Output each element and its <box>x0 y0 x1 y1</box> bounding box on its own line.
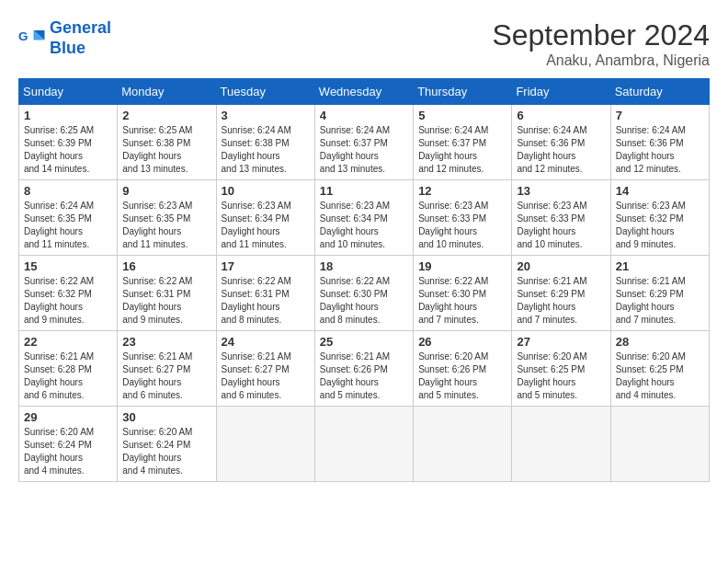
col-sunday: Sunday <box>19 79 118 105</box>
month-title: September 2024 <box>492 18 710 52</box>
day-info: Sunrise: 6:20 AM Sunset: 6:24 PM Dayligh… <box>24 426 112 477</box>
day-number: 22 <box>24 335 112 349</box>
day-number: 29 <box>24 410 112 424</box>
day-info: Sunrise: 6:24 AM Sunset: 6:36 PM Dayligh… <box>517 124 605 176</box>
col-tuesday: Tuesday <box>216 79 314 105</box>
calendar-table: Sunday Monday Tuesday Wednesday Thursday… <box>18 78 710 482</box>
table-cell: 29 Sunrise: 6:20 AM Sunset: 6:24 PM Dayl… <box>19 407 118 482</box>
day-info: Sunrise: 6:24 AM Sunset: 6:35 PM Dayligh… <box>24 200 112 251</box>
svg-text:G: G <box>18 29 28 42</box>
day-number: 30 <box>122 410 210 424</box>
day-number: 13 <box>517 184 605 198</box>
calendar-header-row: Sunday Monday Tuesday Wednesday Thursday… <box>19 79 710 105</box>
title-section: September 2024 Anaku, Anambra, Nigeria <box>492 18 710 69</box>
col-wednesday: Wednesday <box>314 79 413 105</box>
day-info: Sunrise: 6:22 AM Sunset: 6:32 PM Dayligh… <box>24 275 112 327</box>
day-number: 2 <box>122 109 210 122</box>
table-cell <box>512 407 610 482</box>
table-cell: 13 Sunrise: 6:23 AM Sunset: 6:33 PM Dayl… <box>512 180 610 256</box>
col-monday: Monday <box>118 79 216 105</box>
table-cell: 12 Sunrise: 6:23 AM Sunset: 6:33 PM Dayl… <box>414 180 512 256</box>
calendar-row: 29 Sunrise: 6:20 AM Sunset: 6:24 PM Dayl… <box>19 407 710 482</box>
day-info: Sunrise: 6:24 AM Sunset: 6:36 PM Dayligh… <box>616 124 704 176</box>
calendar-row: 15 Sunrise: 6:22 AM Sunset: 6:32 PM Dayl… <box>19 256 710 331</box>
day-info: Sunrise: 6:20 AM Sunset: 6:25 PM Dayligh… <box>616 350 704 402</box>
table-cell: 5 Sunrise: 6:24 AM Sunset: 6:37 PM Dayli… <box>414 105 512 180</box>
day-number: 11 <box>320 184 408 198</box>
table-cell: 10 Sunrise: 6:23 AM Sunset: 6:34 PM Dayl… <box>216 180 314 256</box>
table-cell: 25 Sunrise: 6:21 AM Sunset: 6:26 PM Dayl… <box>314 331 413 407</box>
day-info: Sunrise: 6:23 AM Sunset: 6:32 PM Dayligh… <box>616 200 704 251</box>
table-cell: 28 Sunrise: 6:20 AM Sunset: 6:25 PM Dayl… <box>610 331 709 407</box>
table-cell: 14 Sunrise: 6:23 AM Sunset: 6:32 PM Dayl… <box>610 180 709 256</box>
day-number: 27 <box>517 335 605 349</box>
day-info: Sunrise: 6:20 AM Sunset: 6:24 PM Dayligh… <box>122 426 210 477</box>
table-cell: 19 Sunrise: 6:22 AM Sunset: 6:30 PM Dayl… <box>414 256 512 331</box>
day-info: Sunrise: 6:21 AM Sunset: 6:27 PM Dayligh… <box>122 350 210 402</box>
day-number: 16 <box>122 259 210 273</box>
table-cell: 6 Sunrise: 6:24 AM Sunset: 6:36 PM Dayli… <box>512 105 610 180</box>
table-cell: 1 Sunrise: 6:25 AM Sunset: 6:39 PM Dayli… <box>19 105 118 180</box>
day-info: Sunrise: 6:24 AM Sunset: 6:37 PM Dayligh… <box>418 124 506 176</box>
table-cell: 16 Sunrise: 6:22 AM Sunset: 6:31 PM Dayl… <box>118 256 216 331</box>
day-number: 20 <box>517 259 605 273</box>
day-number: 10 <box>222 184 310 198</box>
day-number: 8 <box>24 184 112 198</box>
table-cell <box>314 407 413 482</box>
table-cell: 18 Sunrise: 6:22 AM Sunset: 6:30 PM Dayl… <box>314 256 413 331</box>
logo-icon: G <box>18 25 46 52</box>
day-number: 6 <box>517 109 605 122</box>
day-info: Sunrise: 6:23 AM Sunset: 6:34 PM Dayligh… <box>222 200 310 251</box>
table-cell: 3 Sunrise: 6:24 AM Sunset: 6:38 PM Dayli… <box>216 105 314 180</box>
day-number: 26 <box>418 335 506 349</box>
day-number: 25 <box>320 335 408 349</box>
table-cell: 21 Sunrise: 6:21 AM Sunset: 6:29 PM Dayl… <box>610 256 709 331</box>
day-info: Sunrise: 6:22 AM Sunset: 6:31 PM Dayligh… <box>122 275 210 327</box>
calendar-row: 1 Sunrise: 6:25 AM Sunset: 6:39 PM Dayli… <box>19 105 710 180</box>
table-cell <box>610 407 709 482</box>
day-info: Sunrise: 6:24 AM Sunset: 6:38 PM Dayligh… <box>222 124 310 176</box>
table-cell: 30 Sunrise: 6:20 AM Sunset: 6:24 PM Dayl… <box>118 407 216 482</box>
calendar-row: 22 Sunrise: 6:21 AM Sunset: 6:28 PM Dayl… <box>19 331 710 407</box>
day-number: 4 <box>320 109 408 122</box>
day-info: Sunrise: 6:21 AM Sunset: 6:28 PM Dayligh… <box>24 350 112 402</box>
table-cell: 11 Sunrise: 6:23 AM Sunset: 6:34 PM Dayl… <box>314 180 413 256</box>
day-number: 5 <box>418 109 506 122</box>
day-info: Sunrise: 6:23 AM Sunset: 6:34 PM Dayligh… <box>320 200 408 251</box>
day-info: Sunrise: 6:24 AM Sunset: 6:37 PM Dayligh… <box>320 124 408 176</box>
day-number: 1 <box>24 109 112 122</box>
day-number: 23 <box>122 335 210 349</box>
table-cell: 7 Sunrise: 6:24 AM Sunset: 6:36 PM Dayli… <box>610 105 709 180</box>
calendar-row: 8 Sunrise: 6:24 AM Sunset: 6:35 PM Dayli… <box>19 180 710 256</box>
day-info: Sunrise: 6:21 AM Sunset: 6:29 PM Dayligh… <box>517 275 605 327</box>
table-cell: 27 Sunrise: 6:20 AM Sunset: 6:25 PM Dayl… <box>512 331 610 407</box>
day-number: 9 <box>122 184 210 198</box>
table-cell: 26 Sunrise: 6:20 AM Sunset: 6:26 PM Dayl… <box>414 331 512 407</box>
table-cell: 15 Sunrise: 6:22 AM Sunset: 6:32 PM Dayl… <box>19 256 118 331</box>
day-info: Sunrise: 6:20 AM Sunset: 6:26 PM Dayligh… <box>418 350 506 402</box>
day-number: 28 <box>616 335 704 349</box>
col-saturday: Saturday <box>610 79 709 105</box>
day-info: Sunrise: 6:23 AM Sunset: 6:35 PM Dayligh… <box>122 200 210 251</box>
table-cell: 9 Sunrise: 6:23 AM Sunset: 6:35 PM Dayli… <box>118 180 216 256</box>
day-info: Sunrise: 6:22 AM Sunset: 6:31 PM Dayligh… <box>222 275 310 327</box>
day-info: Sunrise: 6:22 AM Sunset: 6:30 PM Dayligh… <box>320 275 408 327</box>
day-number: 19 <box>418 259 506 273</box>
day-number: 17 <box>222 259 310 273</box>
logo-text: General Blue <box>50 18 111 58</box>
day-number: 15 <box>24 259 112 273</box>
table-cell: 8 Sunrise: 6:24 AM Sunset: 6:35 PM Dayli… <box>19 180 118 256</box>
table-cell: 22 Sunrise: 6:21 AM Sunset: 6:28 PM Dayl… <box>19 331 118 407</box>
table-cell <box>216 407 314 482</box>
day-number: 7 <box>616 109 704 122</box>
day-info: Sunrise: 6:25 AM Sunset: 6:38 PM Dayligh… <box>122 124 210 176</box>
subtitle: Anaku, Anambra, Nigeria <box>492 52 710 69</box>
day-info: Sunrise: 6:21 AM Sunset: 6:27 PM Dayligh… <box>222 350 310 402</box>
col-thursday: Thursday <box>414 79 512 105</box>
table-cell: 24 Sunrise: 6:21 AM Sunset: 6:27 PM Dayl… <box>216 331 314 407</box>
table-cell: 17 Sunrise: 6:22 AM Sunset: 6:31 PM Dayl… <box>216 256 314 331</box>
day-number: 12 <box>418 184 506 198</box>
day-number: 3 <box>222 109 310 122</box>
day-info: Sunrise: 6:22 AM Sunset: 6:30 PM Dayligh… <box>418 275 506 327</box>
logo: G General Blue <box>18 18 111 58</box>
